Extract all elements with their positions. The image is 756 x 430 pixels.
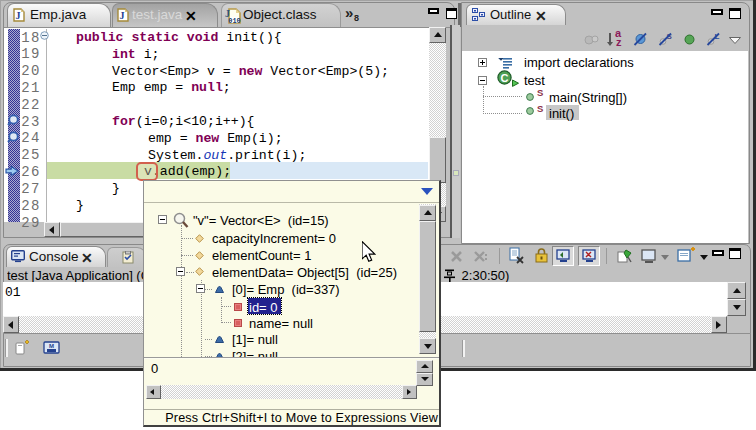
svg-text:C: C — [501, 72, 509, 84]
svg-text:J: J — [120, 10, 125, 21]
svg-text:M: M — [49, 343, 54, 349]
svg-text:010: 010 — [228, 17, 241, 25]
svg-text:J: J — [16, 10, 21, 21]
